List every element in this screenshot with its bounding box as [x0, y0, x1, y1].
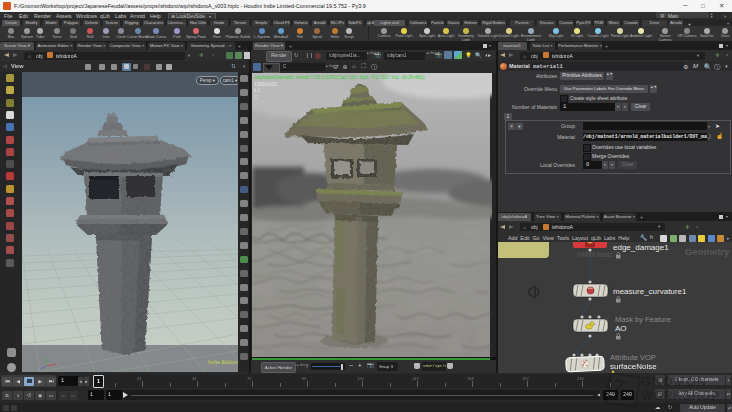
svg-text:Attribute VOP: Attribute VOP: [610, 353, 656, 362]
svg-text:Ctrl+Left to show detailed pix: Ctrl+Left to show detailed pixel informa…: [330, 348, 429, 354]
svg-text:edge_damage1: edge_damage1: [613, 243, 669, 252]
svg-text:NMNd Masc: NMNd Masc: [577, 251, 614, 258]
svg-text:measure_curvature1: measure_curvature1: [613, 287, 687, 296]
svg-text:Mask by Feature: Mask by Feature: [615, 315, 671, 324]
svg-text:surfaceNoise: surfaceNoise: [610, 362, 657, 371]
svg-text:AO: AO: [615, 324, 627, 333]
svg-text:Geometry: Geometry: [685, 246, 730, 257]
svg-text:Indie Edition: Indie Edition: [208, 359, 238, 365]
